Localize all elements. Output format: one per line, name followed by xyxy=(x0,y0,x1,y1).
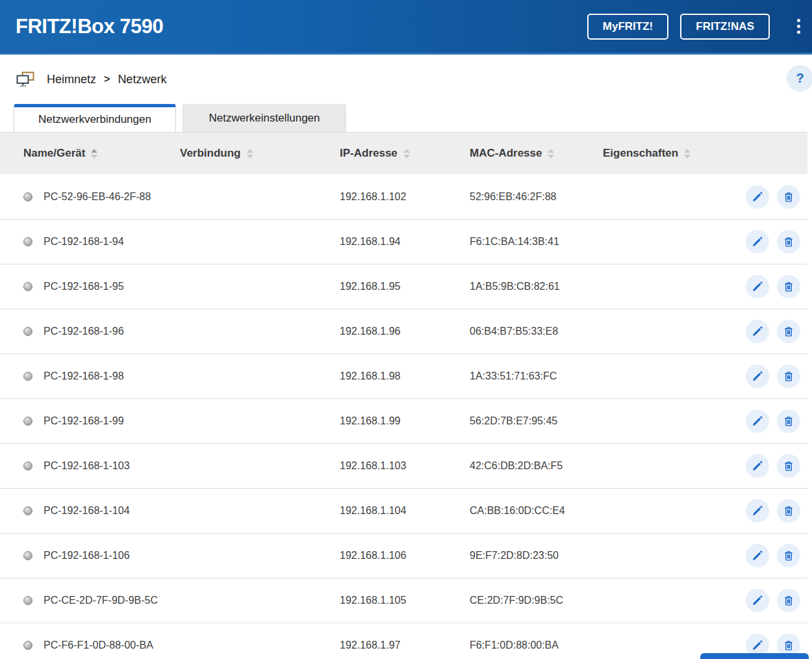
delete-trash-button[interactable] xyxy=(777,589,800,612)
device-status-led-icon xyxy=(23,192,32,201)
edit-pencil-icon xyxy=(751,594,764,607)
device-mac-address: 1A:B5:9B:CB:82:61 xyxy=(470,281,603,292)
delete-trash-button[interactable] xyxy=(777,365,800,388)
delete-trash-button[interactable] xyxy=(777,499,800,523)
device-ip-address: 192.168.1.103 xyxy=(340,460,470,472)
column-header[interactable]: MAC-Adresse xyxy=(470,147,603,160)
edit-pencil-icon xyxy=(751,190,764,203)
device-status-led-icon xyxy=(23,641,32,650)
delete-trash-button[interactable] xyxy=(777,320,800,343)
edit-pencil-icon xyxy=(751,639,764,652)
column-header-label: Name/Gerät xyxy=(23,147,85,160)
device-mac-address: 06:B4:B7:B5:33:E8 xyxy=(470,326,603,337)
device-name: PC-192-168-1-94 xyxy=(44,236,124,248)
device-name: PC-CE-2D-7F-9D-9B-5C xyxy=(44,595,158,606)
edit-pencil-button[interactable] xyxy=(746,230,769,253)
trash-icon xyxy=(782,235,795,248)
column-header[interactable]: IP-Adresse xyxy=(340,147,470,160)
column-header[interactable]: Verbindung xyxy=(180,147,340,160)
edit-pencil-button[interactable] xyxy=(746,275,769,298)
edit-pencil-button[interactable] xyxy=(746,320,769,343)
column-header[interactable]: Eigenschaften xyxy=(603,147,707,160)
trash-icon xyxy=(782,549,795,562)
device-mac-address: 52:96:EB:46:2F:88 xyxy=(470,191,603,203)
device-status-led-icon xyxy=(23,461,32,471)
sort-arrows-icon[interactable] xyxy=(91,149,97,159)
network-devices-table: Name/Gerät Verbindung IP-Adresse xyxy=(0,132,807,659)
device-name: PC-192-168-1-96 xyxy=(44,326,124,337)
trash-icon xyxy=(782,504,795,517)
device-status-led-icon xyxy=(23,372,32,381)
device-name: PC-F6-F1-0D-88-00-BA xyxy=(44,640,153,651)
edit-pencil-icon xyxy=(751,235,764,248)
edit-pencil-button[interactable] xyxy=(746,454,769,478)
delete-trash-button[interactable] xyxy=(777,185,800,209)
trash-icon xyxy=(782,370,795,383)
edit-pencil-button[interactable] xyxy=(746,365,769,388)
device-ip-address: 192.168.1.102 xyxy=(340,191,470,203)
device-ip-address: 192.168.1.98 xyxy=(340,370,470,382)
column-header[interactable]: Name/Gerät xyxy=(0,147,180,160)
sort-arrows-icon[interactable] xyxy=(247,149,253,159)
device-name: PC-192-168-1-103 xyxy=(44,460,130,472)
trash-icon xyxy=(782,639,795,652)
table-row: PC-52-96-EB-46-2F-88 192.168.1.102 52:96… xyxy=(0,174,807,219)
breadcrumb: Heimnetz > Netzwerk ? xyxy=(0,55,812,104)
device-ip-address: 192.168.1.96 xyxy=(340,326,470,337)
edit-pencil-icon xyxy=(751,325,764,338)
table-row: PC-CE-2D-7F-9D-9B-5C 192.168.1.105 CE:2D… xyxy=(0,578,807,623)
edit-pencil-icon xyxy=(751,280,764,293)
breadcrumb-item-netzwerk[interactable]: Netzwerk xyxy=(118,73,166,86)
device-name: PC-192-168-1-99 xyxy=(44,415,124,427)
help-button[interactable]: ? xyxy=(787,65,812,92)
home-network-icon xyxy=(16,71,35,88)
breadcrumb-item-heimnetz[interactable]: Heimnetz xyxy=(47,73,96,86)
device-mac-address: 42:C6:DB:2D:BA:F5 xyxy=(470,460,603,472)
table-row: PC-192-168-1-94 192.168.1.94 F6:1C:BA:14… xyxy=(0,219,807,264)
table-header-row: Name/Gerät Verbindung IP-Adresse xyxy=(0,132,807,174)
delete-trash-button[interactable] xyxy=(777,544,800,567)
sort-arrows-icon[interactable] xyxy=(548,149,554,159)
bottom-button-partial[interactable] xyxy=(700,653,809,659)
delete-trash-button[interactable] xyxy=(777,230,800,253)
edit-pencil-button[interactable] xyxy=(746,544,769,567)
device-name: PC-192-168-1-106 xyxy=(44,550,130,562)
tab-bar: Netzwerkverbindungen Netzwerkeinstellung… xyxy=(14,104,812,132)
device-ip-address: 192.168.1.105 xyxy=(340,595,470,606)
trash-icon xyxy=(782,325,795,338)
sort-arrows-icon[interactable] xyxy=(684,149,691,159)
edit-pencil-icon xyxy=(751,459,764,472)
column-header-label: MAC-Adresse xyxy=(470,147,542,160)
device-status-led-icon xyxy=(23,506,32,515)
kebab-menu-icon[interactable] xyxy=(794,16,803,36)
table-row: PC-192-168-1-96 192.168.1.96 06:B4:B7:B5… xyxy=(0,309,807,354)
edit-pencil-icon xyxy=(751,415,764,428)
edit-pencil-button[interactable] xyxy=(746,589,769,612)
myfritz-button[interactable]: MyFRITZ! xyxy=(587,14,668,40)
device-mac-address: 56:2D:7B:E7:95:45 xyxy=(470,415,603,427)
table-row: PC-F6-F1-0D-88-00-BA 192.168.1.97 F6:F1:… xyxy=(0,623,807,659)
device-mac-address: F6:F1:0D:88:00:BA xyxy=(470,640,603,651)
edit-pencil-button[interactable] xyxy=(746,185,769,209)
device-status-led-icon xyxy=(23,282,32,291)
device-ip-address: 192.168.1.106 xyxy=(340,550,470,562)
delete-trash-button[interactable] xyxy=(777,409,800,433)
tab-netzwerkeinstellungen[interactable]: Netzwerkeinstellungen xyxy=(183,104,346,132)
app-header: FRITZ!Box 7590 MyFRITZ! FRITZ!NAS xyxy=(0,0,812,55)
edit-pencil-icon xyxy=(751,370,764,383)
delete-trash-button[interactable] xyxy=(777,454,800,478)
trash-icon xyxy=(782,459,795,472)
tab-netzwerkverbindungen[interactable]: Netzwerkverbindungen xyxy=(14,104,176,132)
column-header-label: IP-Adresse xyxy=(340,147,398,160)
edit-pencil-button[interactable] xyxy=(746,499,769,523)
edit-pencil-button[interactable] xyxy=(746,409,769,433)
table-row: PC-192-168-1-103 192.168.1.103 42:C6:DB:… xyxy=(0,443,807,488)
delete-trash-button[interactable] xyxy=(777,275,800,298)
sort-arrows-icon[interactable] xyxy=(403,149,410,159)
fritznas-button[interactable]: FRITZ!NAS xyxy=(680,14,770,40)
device-ip-address: 192.168.1.94 xyxy=(340,236,470,248)
device-status-led-icon xyxy=(23,327,32,336)
table-row: PC-192-168-1-106 192.168.1.106 9E:F7:2D:… xyxy=(0,533,807,578)
table-body: PC-52-96-EB-46-2F-88 192.168.1.102 52:96… xyxy=(0,174,807,659)
table-row: PC-192-168-1-99 192.168.1.99 56:2D:7B:E7… xyxy=(0,398,807,443)
